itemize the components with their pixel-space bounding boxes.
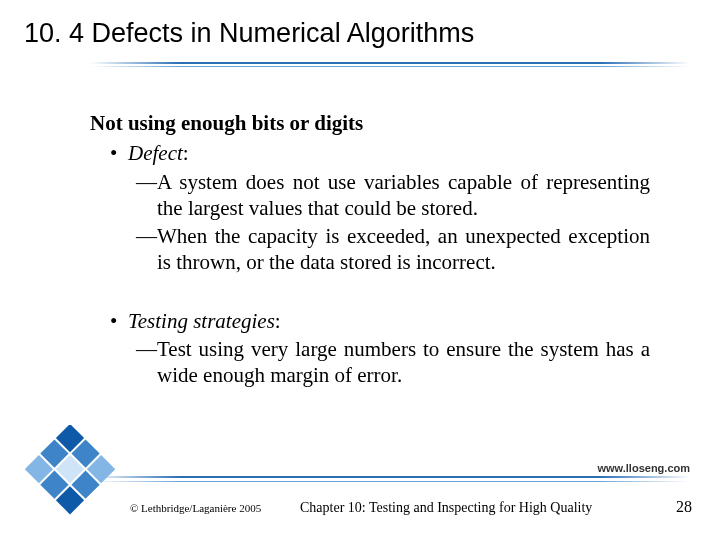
- slide-body: Not using enough bits or digits • Defect…: [90, 110, 650, 390]
- dash-marker: —: [136, 223, 157, 276]
- bullet-marker: •: [110, 308, 128, 334]
- defect-point-2: — When the capacity is exceeded, an unex…: [136, 223, 650, 276]
- footer-divider: [90, 476, 690, 478]
- footer-url: www.lloseng.com: [598, 462, 691, 474]
- testing-point-1: — Test using very large numbers to ensur…: [136, 336, 650, 389]
- colon: :: [275, 309, 281, 333]
- bullet-marker: •: [110, 140, 128, 166]
- footer-copyright: © Lethbridge/Laganière 2005: [130, 502, 261, 514]
- title-divider: [90, 62, 690, 64]
- slide-title: 10. 4 Defects in Numerical Algorithms: [24, 18, 474, 49]
- slide: 10. 4 Defects in Numerical Algorithms No…: [0, 0, 720, 540]
- defect-text-2: When the capacity is exceeded, an unexpe…: [157, 223, 650, 276]
- dash-marker: —: [136, 169, 157, 222]
- corner-decoration: [18, 425, 123, 520]
- title-divider-shadow: [90, 66, 690, 67]
- bullet-label-defect: Defect: [128, 141, 183, 165]
- dash-marker: —: [136, 336, 157, 389]
- defect-point-1: — A system does not use variables capabl…: [136, 169, 650, 222]
- bullet-defect: • Defect:: [110, 140, 650, 166]
- bullet-testing: • Testing strategies:: [110, 308, 650, 334]
- section-heading: Not using enough bits or digits: [90, 110, 650, 136]
- colon: :: [183, 141, 189, 165]
- footer-page-number: 28: [676, 498, 692, 516]
- defect-text-1: A system does not use variables capable …: [157, 169, 650, 222]
- bullet-label-testing: Testing strategies: [128, 309, 275, 333]
- testing-text-1: Test using very large numbers to ensure …: [157, 336, 650, 389]
- footer-divider-shadow: [90, 481, 690, 482]
- footer-chapter: Chapter 10: Testing and Inspecting for H…: [300, 500, 592, 516]
